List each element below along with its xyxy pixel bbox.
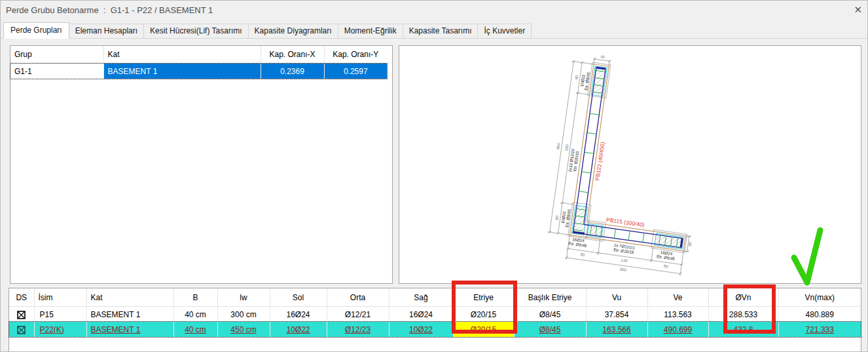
col-grup: Grup [10,46,103,64]
tab-moment-egrilik[interactable]: Moment-Eğrilik [338,24,403,39]
col-ds: DS [9,288,34,307]
cell-b: 40 cm [173,322,217,337]
group-row-g1-1[interactable]: G1-1 BASEMENT 1 0.2369 0.2597 [10,64,387,79]
col-orta: Orta [327,288,389,307]
dim-v-bottom-zone: 80 [554,215,559,220]
ann-h-left-stirrup: Etr. Ø8/45 [568,241,587,248]
tab-bar: Perde Grupları Eleman Hesapları Kesit Hü… [3,23,531,39]
group-cell-kap-y: 0.2597 [324,64,387,79]
cell-baslik-etriye: Ø8/45 [514,307,586,323]
dim-v-top-zone: 80 [575,75,579,80]
tab-eleman-hesaplari[interactable]: Eleman Hesapları [69,24,144,39]
col-sag: Sağ [389,288,453,307]
tab-ic-kuvvetler[interactable]: İç Kuvvetler [477,24,532,39]
group-list-panel: Grup Kat Kap. Oranı-X Kap. Oranı-Y G1-1 … [10,45,393,284]
cell-etriye-highlighted: Ø20/15 [453,322,514,337]
col-baslik-etriye: Başlık Etriye [514,288,586,307]
wall-row-p22-selected[interactable]: P22(K) BASEMENT 1 40 cm 450 cm 10Ø22 Ø12… [9,322,861,337]
dim-top-width: 40 [600,54,606,59]
tab-kesit-hucresi-lif-tasarimi[interactable]: Kesit Hücresi(Lif) Tasarımı [143,24,248,39]
col-vu: Vu [586,288,647,307]
close-icon[interactable]: ✕ [854,4,862,16]
cell-orta: Ø12/21 [327,307,389,323]
cell-kat: BASEMENT 1 [86,307,173,323]
ann-h-right-stirrup: Etr. Ø8/45 [657,254,676,261]
wall-design-table: DS İsim Kat B lw Sol Orta Sağ Etriye Baş… [9,288,861,337]
col-kat: Kat [86,288,173,307]
dim-h-right-zone: 80 [663,264,668,269]
cell-isim: P22(K) [34,322,86,337]
wall-table-header-row: DS İsim Kat B lw Sol Orta Sağ Etriye Baş… [9,288,861,307]
dim-v-total: 450 [556,142,560,149]
group-cell-grup: G1-1 [10,64,103,79]
col-kap-orani-x: Kap. Oranı-X [261,46,324,64]
dim-h-total: 300 [619,267,626,272]
cell-etriye: Ø20/15 [453,307,514,323]
title-bar: Perde Grubu Betonarme : G1-1 - P22 / BAS… [1,1,867,20]
cell-ve: 490.699 [647,322,708,337]
group-cell-kat: BASEMENT 1 [103,64,261,79]
col-lw: lw [217,288,270,307]
checkbox-checked-icon [17,326,26,334]
ds-checkbox[interactable] [9,307,34,323]
cell-sol: 10Ø22 [270,322,327,337]
wall-row-p15[interactable]: P15 BASEMENT 1 40 cm 300 cm 16Ø24 Ø12/21… [9,307,861,323]
cell-lw: 450 cm [217,322,270,337]
section-drawing-panel: PB122 (40/450) PB115 (300/40) [399,45,861,284]
window-title: Perde Grubu Betonarme : G1-1 - P22 / BAS… [6,5,213,15]
cell-isim: P15 [34,307,86,323]
group-table: Grup Kat Kap. Oranı-X Kap. Oranı-Y G1-1 … [10,46,387,79]
col-kat: Kat [103,46,261,64]
col-isim: İsim [34,288,86,307]
cell-vnmax: 480.889 [778,307,861,323]
cell-kat: BASEMENT 1 [86,322,173,337]
cell-lw: 300 cm [217,307,270,323]
cell-orta: Ø12/23 [327,322,389,337]
col-kap-orani-y: Kap. Oranı-Y [324,46,387,64]
cell-vnmax: 721.333 [778,322,861,337]
ds-checkbox[interactable] [9,322,34,337]
col-vnmax: Vn(max) [778,288,861,307]
wall-section-drawing: PB122 (40/450) PB115 (300/40) [399,46,861,283]
group-table-header-row: Grup Kat Kap. Oranı-X Kap. Oranı-Y [10,46,387,64]
perde-grubu-dialog: { "window": { "title": "Perde Grubu Beto… [0,0,868,352]
cell-sag: 16Ø24 [389,307,453,323]
dim-right-width: 40 [688,241,693,246]
cell-ovn: 288.533 [708,307,778,323]
col-sol: Sol [270,288,327,307]
wall-design-panel: DS İsim Kat B lw Sol Orta Sağ Etriye Baş… [9,288,861,352]
wall-label-horizontal: PB115 (300/40) [606,216,645,228]
cell-ovn: 432.8 [708,322,778,337]
dim-h-left-zone: 80 [580,252,585,257]
dim-v-mid: 290 [564,144,569,151]
cell-vu: 37.854 [586,307,647,323]
col-b: B [173,288,217,307]
cell-baslik-etriye: Ø8/45 [514,322,586,337]
col-ve: Ve [647,288,708,307]
cell-sol: 16Ø24 [270,307,327,323]
tab-kapasite-diyagramlari[interactable]: Kapasite Diyagramları [248,24,338,39]
cell-b: 40 cm [173,307,217,323]
cell-sag: 10Ø22 [389,322,453,337]
group-cell-kap-x: 0.2369 [261,64,324,79]
cell-ve: 113.563 [647,307,708,323]
tab-perde-gruplari[interactable]: Perde Grupları [3,22,69,39]
checkbox-checked-icon [17,311,26,319]
col-ovn: ØVn [708,288,778,307]
tab-kapasite-tasarimi[interactable]: Kapasite Tasarımı [403,24,479,39]
dim-h-mid: 140 [621,258,628,263]
col-etriye: Etriye [453,288,514,307]
cell-vu: 163.566 [586,322,647,337]
